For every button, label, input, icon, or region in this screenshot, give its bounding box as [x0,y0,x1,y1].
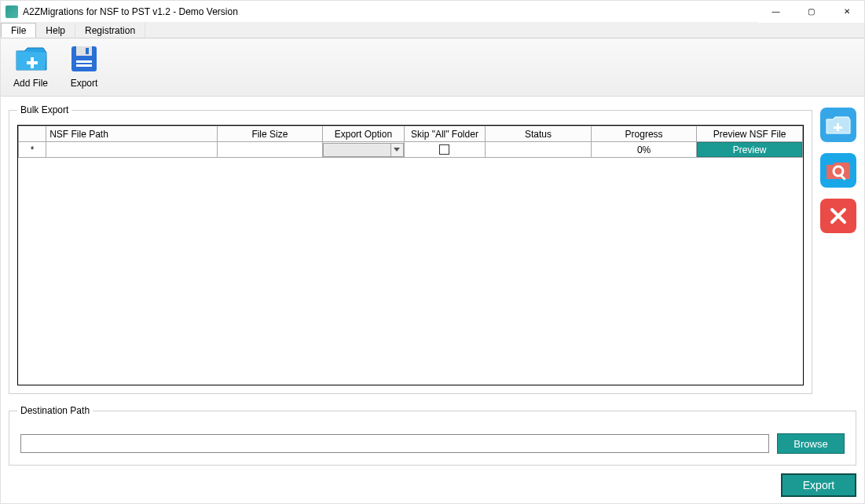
svg-rect-6 [76,64,92,67]
col-file-size[interactable]: File Size [217,126,323,142]
col-export-option[interactable]: Export Option [323,126,405,142]
svg-rect-3 [76,46,92,56]
browse-button[interactable]: Browse [777,433,845,454]
row-marker: * [19,142,46,158]
app-icon [5,5,18,18]
folder-search-icon [825,159,852,182]
table-header-row: NSF File Path File Size Export Option Sk… [19,126,803,142]
cell-preview: Preview [697,142,803,158]
bulk-export-legend: Bulk Export [17,104,71,115]
destination-path-input[interactable] [20,434,769,453]
bulk-export-table: NSF File Path File Size Export Option Sk… [18,126,803,158]
svg-rect-4 [86,48,89,54]
skip-all-checkbox[interactable] [439,144,449,155]
export-option-dropdown[interactable] [323,143,404,157]
toolbar: Add File Export [1,38,864,97]
footer: Export [1,473,864,503]
close-button[interactable]: ✕ [829,1,864,23]
menu-bar: File Help Registration [1,23,864,38]
export-option-value [324,144,390,156]
cell-status [486,142,592,158]
content-area: Bulk Export [1,97,864,473]
svg-rect-5 [76,60,92,63]
side-toolbar [820,104,856,394]
col-progress[interactable]: Progress [591,126,697,142]
bulk-export-group: Bulk Export [9,104,812,394]
cell-file-size [217,142,323,158]
add-file-button[interactable]: Add File [10,42,51,89]
cell-progress: 0% [591,142,697,158]
title-bar: A2ZMigrations for NSF to PST v1.2 - Demo… [1,1,864,23]
export-main-button[interactable]: Export [781,473,856,497]
folder-plus-icon [13,42,49,76]
col-preview-nsf-file[interactable]: Preview NSF File [697,126,803,142]
maximize-button[interactable]: ▢ [794,1,829,23]
save-icon [66,42,102,76]
col-status[interactable]: Status [486,126,592,142]
chevron-down-icon[interactable] [390,144,403,156]
table-row[interactable]: * [19,142,803,158]
side-remove-button[interactable] [820,199,856,233]
menu-help[interactable]: Help [36,23,75,38]
export-button[interactable]: Export [64,42,104,89]
side-add-file-button[interactable] [820,108,856,142]
side-search-button[interactable] [820,153,856,188]
menu-registration[interactable]: Registration [75,23,145,38]
toolbar-add-file-label: Add File [13,78,48,89]
bulk-export-table-host: NSF File Path File Size Export Option Sk… [17,125,804,385]
cell-nsf-file-path[interactable] [46,142,217,158]
svg-rect-8 [834,126,842,129]
close-icon [830,207,847,225]
destination-path-legend: Destination Path [17,405,93,416]
destination-path-group: Destination Path Browse [9,405,856,466]
minimize-button[interactable]: — [758,1,794,23]
svg-rect-1 [27,61,38,64]
window-title: A2ZMigrations for NSF to PST v1.2 - Demo… [23,6,238,17]
menu-file[interactable]: File [1,23,36,38]
cell-skip-all-folder[interactable] [404,142,486,158]
cell-export-option[interactable] [323,142,405,158]
folder-plus-icon [825,113,852,137]
col-nsf-file-path[interactable]: NSF File Path [46,126,217,142]
preview-button[interactable]: Preview [697,142,802,157]
toolbar-export-label: Export [71,78,98,89]
col-rowheader [19,126,46,142]
window-controls: — ▢ ✕ [758,1,864,23]
col-skip-all-folder[interactable]: Skip "All" Folder [404,126,486,142]
